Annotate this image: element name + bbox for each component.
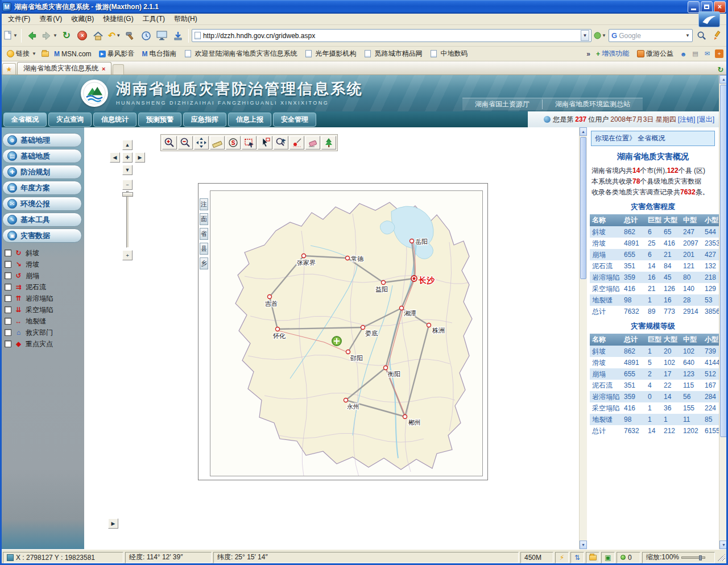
menu-help[interactable]: 帮助(H) [169,13,202,25]
zoom-slider[interactable] [681,556,705,559]
nav-tab-security[interactable]: 安全管理 [273,113,316,127]
nav-tab-emergency[interactable]: 应急指挥 [183,113,226,127]
pan-right-button[interactable]: ▶ [135,152,145,163]
nav-tab-forecast[interactable]: 预测预警 [138,113,181,127]
sidebar-item-basic-tools[interactable]: ✎基本工具 [2,213,82,227]
address-dropdown[interactable]: ▼ [581,30,589,41]
gift-icon[interactable]: ＋ [715,49,723,58]
highlighter-icon[interactable] [710,28,725,44]
search-engine-dropdown[interactable]: ▼ [685,33,690,38]
refresh-button[interactable]: ↻ [59,28,74,44]
layer-checkbox[interactable] [5,284,11,290]
scroll-up-icon[interactable]: ▲ [580,127,587,136]
link-photo-studio[interactable]: 光年摄影机构 [303,48,359,60]
sidebar-item-env-bulletin[interactable]: ✉环境公报 [2,197,82,211]
scroll-down-icon[interactable]: ▼ [580,541,587,549]
scroll-up-icon[interactable]: ▲ [719,75,728,84]
nav-tab-report[interactable]: 信息上报 [228,113,271,127]
browser-scrollbar[interactable]: ▲ ▼ [719,75,728,549]
sidebar-item-annual-scheme[interactable]: ▦年度方案 [2,181,82,195]
menu-tools[interactable]: 工具(T) [138,13,169,25]
link-msn[interactable]: MMSN.com [52,49,94,59]
identify-tool[interactable] [274,136,288,149]
back-button[interactable] [24,28,39,44]
ad-hunter-icon[interactable] [123,28,138,44]
link-zhongdi[interactable]: 中地数码 [428,48,470,60]
sidebar-item-prevention-plan[interactable]: ✚防治规划 [2,165,82,179]
map-canvas[interactable]: 张家界 常德 岳阳 益阳 吉首 湘潭 株洲 娄底 怀化 邵阳 [210,190,483,476]
downloads-folder-icon[interactable] [586,552,599,563]
layer-checkbox[interactable] [5,272,11,279]
zoom-slider-thumb[interactable] [122,192,133,197]
mark-point-tool[interactable] [289,136,304,149]
search-icon[interactable] [694,28,709,44]
layer-checkbox[interactable] [5,261,11,268]
nav-tab-statistics[interactable]: 信息统计 [93,113,136,127]
pointer-tool[interactable] [258,136,272,149]
content-scrollbar[interactable]: ▲ ▼ [579,127,587,549]
logout-link[interactable]: [注销] [678,115,696,124]
map-tab-province[interactable]: 省 [200,228,208,240]
zoom-in-tool[interactable] [162,136,177,149]
new-tab-button[interactable]: ▼ [3,28,18,44]
layer-checkbox[interactable] [5,295,11,302]
zoom-control[interactable]: 缩放:100% [642,552,715,563]
maxthon-sidebar-icon[interactable] [698,11,720,27]
favorites-panel-button[interactable]: ★ [2,63,16,74]
monitor-icon[interactable]: ▣ [601,552,615,563]
exit-link[interactable]: [退出] [697,115,714,124]
nav-tab-overview[interactable]: 全省概况 [3,113,47,127]
menu-view[interactable]: 查看(V) [35,13,67,25]
links-menu[interactable]: 链接▼ [5,48,39,60]
tab-active[interactable]: 湖南省地质灾害信息系统 × [17,62,111,74]
map-tab-town[interactable]: 乡 [200,257,208,269]
home-button[interactable] [91,28,106,44]
links-overflow-button[interactable]: » [586,50,590,58]
zoom-slider-plus-button[interactable]: ＋ [122,250,133,260]
download-icon[interactable] [171,28,185,44]
link-hunan-geohazard[interactable]: 欢迎登陆湖南省地质灾害信息系统 [182,48,300,60]
pan-tool[interactable] [194,136,209,149]
map-tab-county[interactable]: 县 [200,243,208,255]
sidebar-item-base-geology[interactable]: ▤基础地质 [2,149,82,163]
new-tab-stub[interactable] [113,64,124,74]
locate-marker[interactable] [332,336,341,346]
link-land-resources-dept[interactable]: 湖南省国土资源厅 [462,99,542,109]
scroll-thumb[interactable] [580,137,586,279]
sidebar-item-disaster-data[interactable]: ▣灾害数据 [2,229,82,243]
sidebar-item-base-geography[interactable]: ⊕基础地理 [2,133,82,147]
blocked-counter[interactable]: 0 [617,552,640,563]
stop-button[interactable]: × [75,28,90,44]
undo-button[interactable]: ↶▼ [107,28,122,44]
pan-center-button[interactable]: ✚ [122,152,133,163]
proxy-icon[interactable]: ⇅ [570,552,584,563]
pan-up-button[interactable]: ▲ [122,140,133,150]
select-circle-tool[interactable]: S [226,136,241,149]
pan-down-button[interactable]: ▼ [122,165,133,175]
pan-left-button[interactable]: ◀ [110,152,120,163]
link-radio-guide[interactable]: M电台指南 [140,48,179,60]
chat-icon[interactable]: ✉ [703,49,712,58]
tab-close-icon[interactable]: × [102,65,105,72]
layer-checkbox[interactable] [5,329,11,336]
scroll-right-button[interactable]: ▶ [108,518,118,529]
scroll-down-icon[interactable]: ▼ [719,541,728,549]
go-button[interactable]: ▼ [593,28,607,44]
menu-file[interactable]: 文件(F) [3,13,35,25]
charity-button[interactable]: 傲游公益 [635,48,676,60]
layer-checkbox[interactable] [5,340,11,347]
link-storm-player[interactable]: ▶暴风影音 [97,48,137,60]
forward-button[interactable]: ▼ [40,28,58,44]
select-rect-tool[interactable] [242,136,257,149]
user-icon[interactable]: ☻ [679,49,688,58]
zoom-slider-minus-button[interactable]: − [122,180,133,190]
folder-icon[interactable] [42,51,49,57]
resize-grip[interactable] [718,554,725,561]
eraser-tool[interactable] [305,136,320,149]
link-city-boutique[interactable]: 觅路城市精品网 [362,48,425,60]
history-icon[interactable] [139,28,154,44]
scroll-thumb[interactable] [720,85,727,437]
nav-tab-query[interactable]: 灾点查询 [48,113,92,127]
address-input[interactable] [203,32,581,40]
zoom-out-tool[interactable] [178,136,193,149]
